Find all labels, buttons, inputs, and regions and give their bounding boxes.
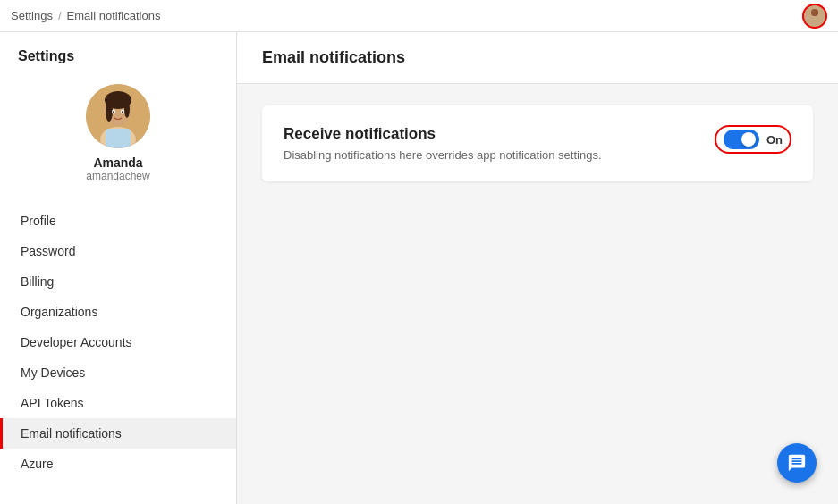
svg-point-1 [811,9,818,16]
svg-point-8 [124,100,130,118]
svg-point-7 [106,100,113,122]
sidebar: Settings [0,32,237,504]
main-header-title: Email notifications [262,48,813,67]
notification-description: Disabling notifications here overrides a… [284,148,602,162]
sidebar-item-password[interactable]: Password [0,236,236,266]
sidebar-item-api-tokens[interactable]: API Tokens [0,388,236,418]
app-layout: Settings [0,32,838,504]
sidebar-item-my-devices[interactable]: My Devices [0,357,236,388]
toggle-area[interactable]: On [715,125,791,154]
toggle-track[interactable] [724,130,759,149]
svg-point-12 [122,111,123,113]
breadcrumb-separator: / [58,9,62,22]
main-content: Email notifications Receive notification… [237,32,838,504]
sidebar-title: Settings [0,32,236,75]
sidebar-item-billing[interactable]: Billing [0,266,236,297]
user-name: Amanda [93,155,142,170]
breadcrumb-root[interactable]: Settings [11,9,53,22]
user-section: Amanda amandachew [0,75,236,198]
user-handle: amandachew [86,170,149,182]
toggle-switch[interactable] [724,130,759,149]
sidebar-item-azure[interactable]: Azure [0,449,236,479]
sidebar-item-email-notifications[interactable]: Email notifications [0,418,236,449]
notification-text: Receive notifications Disabling notifica… [284,125,602,162]
notification-title: Receive notifications [284,125,602,143]
topbar: Settings / Email notifications [0,0,838,32]
toggle-knob [741,132,756,147]
breadcrumb-current: Email notifications [67,9,161,22]
avatar [86,84,150,148]
notification-card: Receive notifications Disabling notifica… [262,105,813,181]
chat-button[interactable] [777,443,817,483]
nav-menu: ProfilePasswordBillingOrganizationsDevel… [0,198,236,504]
sidebar-item-organizations[interactable]: Organizations [0,297,236,327]
svg-rect-4 [106,129,131,148]
sidebar-item-developer-accounts[interactable]: Developer Accounts [0,327,236,357]
breadcrumb: Settings / Email notifications [11,9,160,22]
sidebar-item-profile[interactable]: Profile [0,206,236,236]
main-body: Receive notifications Disabling notifica… [237,84,838,203]
toggle-label: On [766,133,783,147]
svg-point-11 [113,111,114,113]
topbar-avatar[interactable] [802,4,827,29]
main-header: Email notifications [237,32,838,84]
